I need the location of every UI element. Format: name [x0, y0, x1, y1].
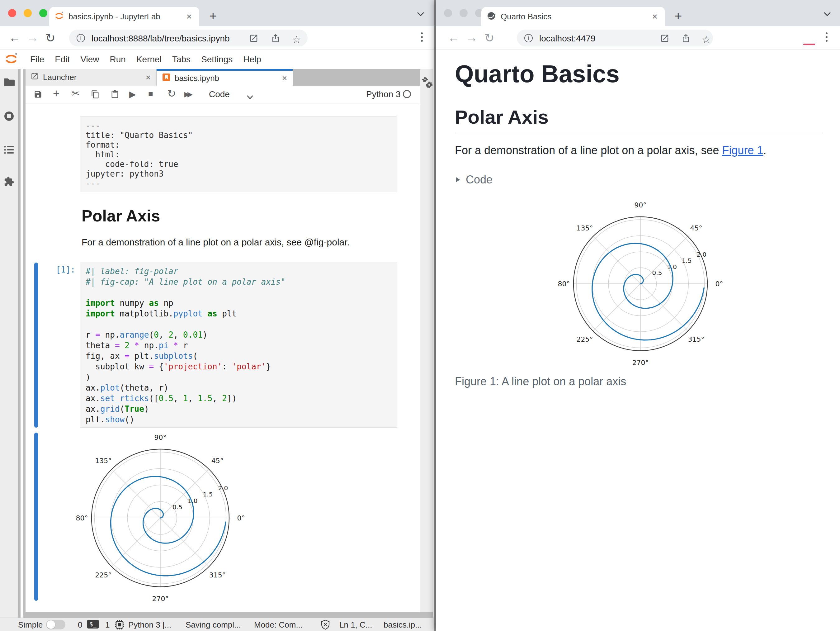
- url-text[interactable]: localhost:4479: [539, 34, 595, 44]
- notebook-content: ---title: "Quarto Basics"format: html: c…: [25, 104, 420, 612]
- forward-icon[interactable]: →: [466, 31, 478, 44]
- run-cell-icon[interactable]: ▶: [129, 89, 136, 100]
- save-icon[interactable]: [34, 90, 43, 101]
- table-of-contents-icon[interactable]: [4, 145, 14, 156]
- cell-type-dropdown[interactable]: Code: [209, 89, 230, 100]
- svg-text:1.0: 1.0: [188, 497, 198, 504]
- raw-yaml-cell[interactable]: ---title: "Quarto Basics"format: html: c…: [80, 116, 397, 192]
- menu-run[interactable]: Run: [104, 54, 131, 65]
- close-notebook-tab-icon[interactable]: ×: [282, 73, 293, 83]
- tab-search-chevron-icon[interactable]: [823, 11, 832, 19]
- cut-cells-icon[interactable]: ✂: [71, 87, 80, 100]
- jupyterlab-menubar: FileEditViewRunKernelTabsSettingsHelp: [0, 50, 433, 69]
- menu-tabs[interactable]: Tabs: [167, 54, 196, 65]
- kernel-status-icon[interactable]: [403, 90, 411, 100]
- code-line: ax.set_rticks([0.5, 1, 1.5, 2]): [85, 393, 392, 404]
- active-cell-indicator[interactable]: [34, 263, 38, 428]
- minimize-window-button[interactable]: [24, 9, 32, 17]
- section-heading: Polar Axis: [455, 106, 549, 128]
- url-text[interactable]: localhost:8888/lab/tree/basics.ipynb: [92, 34, 230, 44]
- reload-icon[interactable]: ↻: [46, 31, 55, 45]
- execution-count-prompt: [1]:: [35, 265, 75, 274]
- back-icon[interactable]: ←: [9, 31, 21, 44]
- new-tab-button[interactable]: +: [674, 10, 682, 22]
- close-launcher-tab-icon[interactable]: ×: [146, 73, 156, 82]
- code-cell[interactable]: #| label: fig-polar#| fig-cap: "A line p…: [80, 263, 397, 428]
- cursor-position[interactable]: Ln 1, C...: [339, 620, 373, 630]
- file-browser-icon[interactable]: [3, 77, 15, 89]
- svg-text:1.5: 1.5: [203, 490, 213, 498]
- menu-kernel[interactable]: Kernel: [131, 54, 167, 65]
- saving-status: Saving compl...: [186, 620, 241, 630]
- share-icon[interactable]: [271, 34, 280, 44]
- dock-tab-notebook[interactable]: basics.ipynb ×: [156, 69, 293, 85]
- zoom-window-button[interactable]: [39, 9, 47, 17]
- restart-kernel-icon[interactable]: ↻: [167, 87, 176, 100]
- figure-1-link[interactable]: Figure 1: [722, 144, 763, 157]
- browser-menu-icon[interactable]: [826, 32, 827, 42]
- code-line: ax.grid(True): [85, 404, 392, 414]
- close-window-button[interactable]: [8, 9, 16, 17]
- open-in-app-icon[interactable]: [249, 34, 258, 44]
- simple-mode-toggle[interactable]: [46, 620, 65, 629]
- forward-icon[interactable]: →: [27, 31, 39, 44]
- browser-menu-icon[interactable]: [421, 32, 423, 42]
- quarto-rendered-page: Quarto Basics Polar Axis For a demonstra…: [436, 50, 840, 631]
- open-in-app-icon[interactable]: [660, 34, 669, 44]
- code-line: [85, 319, 392, 329]
- menu-settings[interactable]: Settings: [196, 54, 238, 65]
- svg-text:0.5: 0.5: [652, 269, 662, 277]
- menu-help[interactable]: Help: [238, 54, 267, 65]
- code-line: format:: [85, 140, 392, 150]
- macos-window-controls-inactive[interactable]: [444, 9, 483, 17]
- macos-window-controls[interactable]: [8, 9, 47, 17]
- cell-type-caret-icon[interactable]: [246, 92, 254, 102]
- property-inspector-gears-icon[interactable]: [421, 77, 433, 92]
- copy-cells-icon[interactable]: [91, 90, 99, 101]
- code-line: theta = 2 * np.pi * r: [85, 340, 392, 351]
- bookmark-star-icon[interactable]: ☆: [292, 34, 301, 46]
- tab-close-icon[interactable]: ×: [650, 12, 659, 21]
- dock-tab-launcher[interactable]: Launcher ×: [25, 69, 156, 85]
- site-info-icon[interactable]: i: [77, 34, 85, 42]
- running-sessions-icon[interactable]: [4, 111, 14, 123]
- close-window-button[interactable]: [444, 9, 452, 17]
- address-bar[interactable]: i localhost:8888/lab/tree/basics.ipynb ☆: [69, 30, 308, 46]
- code-line: title: "Quarto Basics": [85, 131, 392, 140]
- paste-cells-icon[interactable]: [111, 90, 119, 101]
- menu-view[interactable]: View: [75, 54, 104, 65]
- property-inspector-rail: [420, 69, 433, 612]
- terminal-count[interactable]: 0: [78, 620, 82, 630]
- tab-title: basics.ipynb - JupyterLab: [68, 12, 179, 22]
- menu-file[interactable]: File: [25, 54, 49, 65]
- address-bar[interactable]: i localhost:4479 ☆: [517, 30, 713, 46]
- tab-search-chevron-icon[interactable]: [416, 11, 425, 19]
- browser-tab-jupyterlab[interactable]: basics.ipynb - JupyterLab ×: [49, 7, 199, 26]
- back-icon[interactable]: ←: [448, 31, 459, 44]
- mode-indicator[interactable]: Mode: Com...: [254, 620, 303, 630]
- body-paragraph: For a demonstration of a line plot on a …: [455, 144, 767, 157]
- new-tab-button[interactable]: +: [209, 10, 217, 22]
- trust-shield-icon[interactable]: [321, 620, 330, 631]
- output-cell-indicator[interactable]: [34, 433, 38, 601]
- restart-run-all-icon[interactable]: ▶▶: [184, 90, 191, 98]
- figure-1-container: 0°45°90°135°180°225°270°315°0.51.01.52.0: [558, 201, 723, 367]
- code-line: ---: [85, 121, 392, 131]
- code-fold-disclosure[interactable]: Code: [455, 173, 493, 186]
- site-info-icon[interactable]: i: [524, 34, 533, 42]
- menu-edit[interactable]: Edit: [49, 54, 75, 65]
- share-icon[interactable]: [681, 34, 690, 44]
- kernel-name-button[interactable]: Python 3: [366, 89, 401, 100]
- tab-close-icon[interactable]: ×: [184, 12, 194, 21]
- reload-icon[interactable]: ↻: [485, 31, 494, 45]
- kernel-status-text[interactable]: Python 3 |...: [128, 620, 171, 630]
- interrupt-kernel-icon[interactable]: ■: [148, 89, 153, 99]
- section-divider: [455, 133, 823, 133]
- extension-manager-icon[interactable]: [4, 176, 14, 188]
- add-cell-icon[interactable]: +: [53, 87, 60, 100]
- kernel-count[interactable]: 1: [105, 620, 110, 630]
- minimize-window-button[interactable]: [459, 9, 467, 17]
- browser-tab-quarto[interactable]: Quarto Basics ×: [482, 7, 665, 26]
- bookmark-star-icon[interactable]: ☆: [702, 34, 711, 46]
- terminal-icon[interactable]: $_: [87, 620, 99, 628]
